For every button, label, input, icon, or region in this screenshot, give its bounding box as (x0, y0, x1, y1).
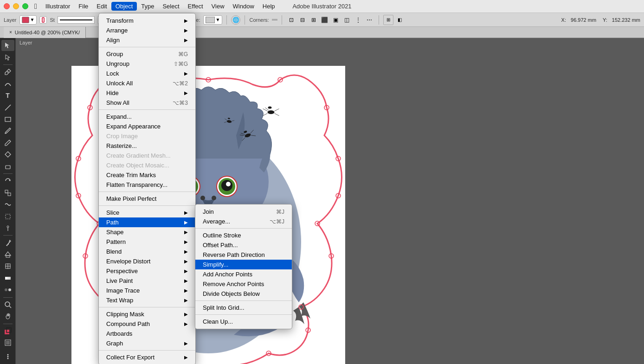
menu-artboards[interactable]: Artboards (99, 329, 195, 338)
toolbar-separator-3 (226, 15, 227, 25)
tool-free-transform[interactable] (1, 211, 14, 222)
menu-edit[interactable]: Edit (92, 2, 111, 11)
menu-live-paint[interactable]: Live Paint ▶ (99, 276, 195, 286)
tool-more[interactable] (1, 351, 14, 362)
style-dropdown[interactable] (39, 16, 47, 24)
align-middle-icon[interactable]: ▣ (331, 15, 341, 25)
globe-icon[interactable]: 🌐 (231, 15, 240, 25)
align-center-icon[interactable]: ⊟ (297, 15, 308, 25)
menu-arrange[interactable]: Arrange ▶ (99, 26, 195, 35)
tool-mesh[interactable] (1, 261, 14, 272)
tool-paintbrush[interactable] (1, 125, 14, 136)
path-menu-offset-path[interactable]: Offset Path... (195, 240, 292, 250)
tool-shaper[interactable] (1, 149, 14, 160)
path-menu-divide-objects[interactable]: Divide Objects Below (195, 289, 292, 299)
path-menu-split-into-grid[interactable]: Split Into Grid... (195, 303, 292, 313)
menu-create-trim-marks[interactable]: Create Trim Marks (99, 170, 195, 180)
transform-icon-1[interactable]: ⊞ (383, 15, 393, 25)
menu-window[interactable]: Window (229, 2, 258, 11)
path-menu-simplify[interactable]: Simplify... (195, 260, 292, 269)
menu-compound-path[interactable]: Compound Path ▶ (99, 319, 195, 329)
menu-lock[interactable]: Lock ▶ (99, 69, 195, 78)
menu-group[interactable]: Group ⌘G (99, 49, 195, 59)
tool-pen[interactable] (1, 66, 14, 77)
tool-warp[interactable] (1, 199, 14, 210)
tool-select[interactable] (1, 40, 14, 51)
menu-flatten-transparency[interactable]: Flatten Transparency... (99, 180, 195, 190)
menu-object[interactable]: Object (111, 2, 137, 11)
menu-align[interactable]: Align ▶ (99, 35, 195, 45)
tab-close-icon[interactable]: × (9, 30, 12, 35)
menu-clipping-mask[interactable]: Clipping Mask ▶ (99, 309, 195, 319)
menu-show-all[interactable]: Show All ⌥⌘3 (99, 98, 195, 108)
tool-zoom[interactable] (1, 299, 14, 310)
tool-direct-select[interactable] (1, 51, 14, 63)
menu-select[interactable]: Select (158, 2, 183, 11)
tool-rotate[interactable] (1, 175, 14, 186)
menu-transform[interactable]: Transform ▶ (99, 16, 195, 26)
tool-change-screen-mode[interactable] (1, 337, 14, 348)
menu-help[interactable]: Help (258, 2, 279, 11)
close-button[interactable] (4, 3, 10, 9)
path-menu-average[interactable]: Average... ⌥⌘J (195, 217, 292, 226)
menu-rasterize[interactable]: Rasterize... (99, 141, 195, 151)
path-menu-join[interactable]: Join ⌘J (195, 207, 292, 217)
menu-collect-for-export[interactable]: Collect For Export ▶ (99, 352, 195, 362)
menu-type[interactable]: Type (137, 2, 158, 11)
menu-make-pixel-perfect[interactable]: Make Pixel Perfect (99, 194, 195, 204)
align-left-icon[interactable]: ⊡ (286, 15, 296, 25)
path-menu-outline-stroke[interactable]: Outline Stroke (195, 230, 292, 240)
tool-eyedropper[interactable] (1, 237, 14, 248)
path-menu-add-anchor-points[interactable]: Add Anchor Points (195, 269, 292, 279)
tool-gradient[interactable] (1, 273, 14, 284)
menu-path[interactable]: Path ▶ (99, 217, 195, 227)
style-select[interactable]: ▼ (203, 15, 223, 25)
tool-hand[interactable] (1, 311, 14, 322)
menu-expand[interactable]: Expand... (99, 112, 195, 121)
tool-fill-stroke[interactable] (1, 325, 14, 336)
path-menu-remove-anchor-points[interactable]: Remove Anchor Points (195, 279, 292, 289)
menu-perspective[interactable]: Perspective ▶ (99, 266, 195, 276)
tool-line[interactable] (1, 102, 14, 113)
menu-shape[interactable]: Shape ▶ (99, 227, 195, 237)
menu-envelope-distort[interactable]: Envelope Distort ▶ (99, 256, 195, 266)
menu-pattern[interactable]: Pattern ▶ (99, 237, 195, 247)
menu-expand-appearance[interactable]: Expand Appearance (99, 121, 195, 131)
distribute-horiz-icon[interactable]: ⋮ (353, 15, 363, 25)
align-top-icon[interactable]: ⬛ (320, 15, 330, 25)
menu-unlock-all[interactable]: Unlock All ⌥⌘2 (99, 78, 195, 88)
document-tab[interactable]: × Untitled-40 @ 200% (CMYK/ (4, 27, 86, 38)
tool-puppet-warp[interactable] (1, 223, 14, 234)
minimize-button[interactable] (13, 3, 19, 9)
layer-dropdown[interactable]: ▼ (19, 15, 37, 25)
tool-type[interactable]: T (1, 90, 14, 101)
align-bottom-icon[interactable]: ◫ (342, 15, 352, 25)
tool-rectangle[interactable] (1, 114, 14, 125)
transform-icon-2[interactable]: ◧ (395, 15, 405, 25)
menu-graph[interactable]: Graph ▶ (99, 338, 195, 348)
tool-scale[interactable] (1, 187, 14, 198)
distribute-vert-icon[interactable]: ⋯ (364, 15, 374, 25)
tool-eraser[interactable] (1, 161, 14, 172)
corners-widget[interactable] (272, 19, 277, 20)
menu-file[interactable]: File (74, 2, 92, 11)
tool-curvature[interactable] (1, 78, 14, 89)
menu-image-trace[interactable]: Image Trace ▶ (99, 286, 195, 295)
menu-illustrator[interactable]: Illustrator (41, 2, 74, 11)
menu-text-wrap[interactable]: Text Wrap ▶ (99, 295, 195, 305)
menu-view[interactable]: View (207, 2, 229, 11)
path-menu-reverse-path[interactable]: Reverse Path Direction (195, 250, 292, 260)
menu-ungroup[interactable]: Ungroup ⇧⌘G (99, 59, 195, 69)
menu-apple[interactable]:  (30, 1, 41, 12)
maximize-button[interactable] (22, 3, 28, 9)
tool-live-paint[interactable] (1, 249, 14, 260)
menu-blend[interactable]: Blend ▶ (99, 247, 195, 256)
path-menu-clean-up[interactable]: Clean Up... (195, 317, 292, 326)
align-right-icon[interactable]: ⊞ (309, 15, 319, 25)
menu-slice[interactable]: Slice ▶ (99, 208, 195, 217)
stroke-preview[interactable] (58, 16, 95, 24)
tool-blend[interactable] (1, 284, 14, 295)
tool-pencil[interactable] (1, 137, 14, 148)
menu-hide[interactable]: Hide ▶ (99, 88, 195, 98)
menu-effect[interactable]: Effect (184, 2, 207, 11)
